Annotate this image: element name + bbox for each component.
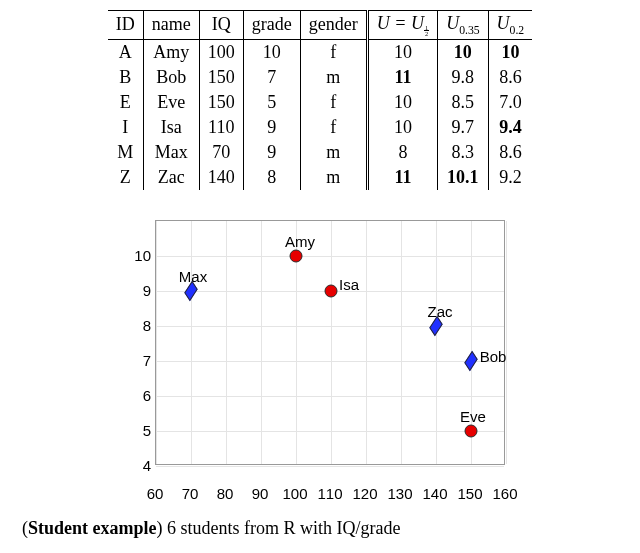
xtick-label: 130 xyxy=(387,485,412,502)
cell: I xyxy=(108,115,144,140)
gridline-h xyxy=(156,431,504,432)
table-row: EEve1505f108.57.0 xyxy=(108,90,532,115)
xtick-label: 150 xyxy=(457,485,482,502)
hdr-name: name xyxy=(143,11,199,40)
gridline-h xyxy=(156,256,504,257)
hdr-u-half: U = U12 xyxy=(367,11,437,40)
cell: B xyxy=(108,65,144,90)
data-point xyxy=(465,424,478,437)
cell: 100 xyxy=(199,39,243,65)
caption-fragment: (Student example) 6 students from R with… xyxy=(18,518,622,539)
cell: A xyxy=(108,39,144,65)
gridline-v xyxy=(506,221,507,464)
cell: 8.5 xyxy=(438,90,488,115)
caption-rest: ) 6 students from R with IQ/grade xyxy=(157,518,401,538)
cell: Z xyxy=(108,165,144,190)
cell: 9.8 xyxy=(438,65,488,90)
students-table: ID name IQ grade gender U = U12 U0.35 U0… xyxy=(108,10,532,190)
cell: 10 xyxy=(438,39,488,65)
ytick-label: 10 xyxy=(115,246,151,263)
cell: 110 xyxy=(199,115,243,140)
table-row: ZZac1408m1110.19.2 xyxy=(108,165,532,190)
xtick-label: 80 xyxy=(217,485,234,502)
hdr-grade: grade xyxy=(243,11,300,40)
cell: m xyxy=(300,140,367,165)
cell: 9 xyxy=(243,115,300,140)
data-point xyxy=(290,249,303,262)
gridline-h xyxy=(156,396,504,397)
caption-bold: Student example xyxy=(28,518,157,538)
gridline-v xyxy=(331,221,332,464)
cell: Isa xyxy=(143,115,199,140)
cell: m xyxy=(300,165,367,190)
hdr-gender: gender xyxy=(300,11,367,40)
table-row: AAmy10010f101010 xyxy=(108,39,532,65)
cell: f xyxy=(300,39,367,65)
table-row: BBob1507m119.88.6 xyxy=(108,65,532,90)
cell: 10 xyxy=(367,90,437,115)
scatter-chart: AmyIsaEveMaxZacBob 456789106070809010011… xyxy=(115,210,525,500)
cell: 9 xyxy=(243,140,300,165)
hdr-iq: IQ xyxy=(199,11,243,40)
ytick-label: 4 xyxy=(115,456,151,473)
gridline-v xyxy=(401,221,402,464)
cell: 150 xyxy=(199,65,243,90)
xtick-label: 90 xyxy=(252,485,269,502)
table-row: MMax709m88.38.6 xyxy=(108,140,532,165)
gridline-h xyxy=(156,326,504,327)
table-row: IIsa1109f109.79.4 xyxy=(108,115,532,140)
cell: m xyxy=(300,65,367,90)
cell: E xyxy=(108,90,144,115)
ytick-label: 9 xyxy=(115,281,151,298)
cell: 10 xyxy=(243,39,300,65)
hdr-id: ID xyxy=(108,11,144,40)
cell: 140 xyxy=(199,165,243,190)
gridline-v xyxy=(191,221,192,464)
cell: 8.6 xyxy=(488,65,532,90)
gridline-h xyxy=(156,466,504,467)
cell: 5 xyxy=(243,90,300,115)
cell: 9.2 xyxy=(488,165,532,190)
point-label: Amy xyxy=(285,233,315,250)
hdr-u-02-sym: U xyxy=(497,13,510,33)
point-label: Isa xyxy=(339,276,359,293)
cell: 10 xyxy=(367,115,437,140)
xtick-label: 100 xyxy=(282,485,307,502)
point-label: Bob xyxy=(480,348,507,365)
cell: 9.4 xyxy=(488,115,532,140)
hdr-u-02: U0.2 xyxy=(488,11,532,40)
gridline-v xyxy=(261,221,262,464)
cell: f xyxy=(300,115,367,140)
table-header-row: ID name IQ grade gender U = U12 U0.35 U0… xyxy=(108,11,532,40)
ytick-label: 5 xyxy=(115,421,151,438)
xtick-label: 70 xyxy=(182,485,199,502)
ytick-label: 8 xyxy=(115,316,151,333)
cell: 8 xyxy=(243,165,300,190)
cell: 11 xyxy=(367,65,437,90)
point-label: Max xyxy=(179,268,207,285)
xtick-label: 140 xyxy=(422,485,447,502)
cell: 11 xyxy=(367,165,437,190)
xtick-label: 60 xyxy=(147,485,164,502)
gridline-v xyxy=(436,221,437,464)
data-point xyxy=(325,284,338,297)
cell: Amy xyxy=(143,39,199,65)
cell: 70 xyxy=(199,140,243,165)
cell: 150 xyxy=(199,90,243,115)
xtick-label: 110 xyxy=(317,485,342,502)
cell: 8 xyxy=(367,140,437,165)
ytick-label: 6 xyxy=(115,386,151,403)
cell: 7 xyxy=(243,65,300,90)
cell: f xyxy=(300,90,367,115)
point-label: Eve xyxy=(460,408,486,425)
gridline-h xyxy=(156,361,504,362)
cell: 10.1 xyxy=(438,165,488,190)
gridline-v xyxy=(156,221,157,464)
gridline-v xyxy=(226,221,227,464)
cell: 7.0 xyxy=(488,90,532,115)
cell: Bob xyxy=(143,65,199,90)
hdr-u-half-sym: U = U xyxy=(377,13,424,33)
hdr-u-035: U0.35 xyxy=(438,11,488,40)
cell: 8.3 xyxy=(438,140,488,165)
ytick-label: 7 xyxy=(115,351,151,368)
